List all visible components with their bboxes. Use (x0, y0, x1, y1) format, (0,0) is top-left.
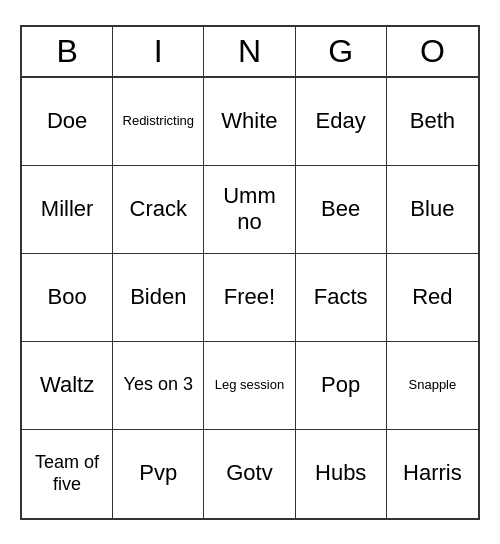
cell-text: Pvp (139, 460, 177, 486)
bingo-cell: Biden (113, 254, 204, 342)
cell-text: Yes on 3 (124, 374, 193, 396)
bingo-cell: Eday (296, 78, 387, 166)
bingo-cell: Free! (204, 254, 295, 342)
header-letter: N (204, 27, 295, 76)
bingo-cell: Harris (387, 430, 478, 518)
cell-text: Umm no (208, 183, 290, 236)
cell-text: Red (412, 284, 452, 310)
bingo-cell: Miller (22, 166, 113, 254)
bingo-cell: Bee (296, 166, 387, 254)
bingo-cell: Pop (296, 342, 387, 430)
bingo-cell: Facts (296, 254, 387, 342)
bingo-cell: Red (387, 254, 478, 342)
bingo-cell: Team of five (22, 430, 113, 518)
cell-text: Bee (321, 196, 360, 222)
cell-text: Waltz (40, 372, 94, 398)
cell-text: Pop (321, 372, 360, 398)
header-letter: G (296, 27, 387, 76)
bingo-cell: Leg session (204, 342, 295, 430)
cell-text: Facts (314, 284, 368, 310)
header-letter: B (22, 27, 113, 76)
bingo-cell: Yes on 3 (113, 342, 204, 430)
bingo-cell: Boo (22, 254, 113, 342)
cell-text: Biden (130, 284, 186, 310)
bingo-cell: Beth (387, 78, 478, 166)
bingo-header: BINGO (22, 27, 478, 78)
cell-text: Boo (48, 284, 87, 310)
bingo-cell: Pvp (113, 430, 204, 518)
cell-text: Harris (403, 460, 462, 486)
cell-text: Team of five (26, 452, 108, 495)
bingo-cell: Gotv (204, 430, 295, 518)
cell-text: Leg session (215, 377, 284, 394)
cell-text: Beth (410, 108, 455, 134)
cell-text: Eday (316, 108, 366, 134)
cell-text: Snapple (409, 377, 457, 394)
bingo-cell: Blue (387, 166, 478, 254)
cell-text: Blue (410, 196, 454, 222)
cell-text: Miller (41, 196, 94, 222)
header-letter: O (387, 27, 478, 76)
bingo-cell: Doe (22, 78, 113, 166)
bingo-cell: Snapple (387, 342, 478, 430)
bingo-cell: Redistricting (113, 78, 204, 166)
bingo-grid: DoeRedistrictingWhiteEdayBethMillerCrack… (22, 78, 478, 518)
bingo-cell: Umm no (204, 166, 295, 254)
cell-text: White (221, 108, 277, 134)
bingo-cell: Crack (113, 166, 204, 254)
bingo-cell: White (204, 78, 295, 166)
cell-text: Hubs (315, 460, 366, 486)
cell-text: Free! (224, 284, 275, 310)
cell-text: Crack (130, 196, 187, 222)
bingo-cell: Waltz (22, 342, 113, 430)
header-letter: I (113, 27, 204, 76)
bingo-card: BINGO DoeRedistrictingWhiteEdayBethMille… (20, 25, 480, 520)
cell-text: Doe (47, 108, 87, 134)
bingo-cell: Hubs (296, 430, 387, 518)
cell-text: Gotv (226, 460, 272, 486)
cell-text: Redistricting (123, 113, 195, 130)
